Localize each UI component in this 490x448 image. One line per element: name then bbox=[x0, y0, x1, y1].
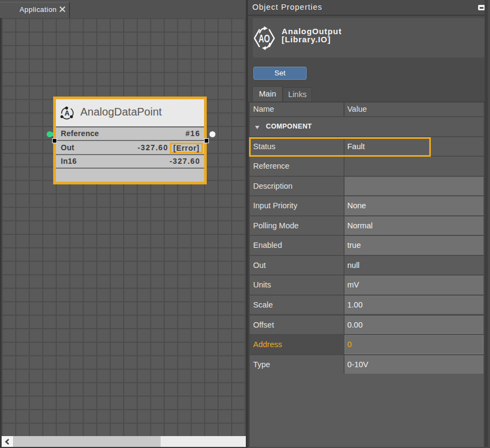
svg-text:AO: AO bbox=[259, 32, 270, 44]
svg-text:A: A bbox=[65, 110, 69, 117]
